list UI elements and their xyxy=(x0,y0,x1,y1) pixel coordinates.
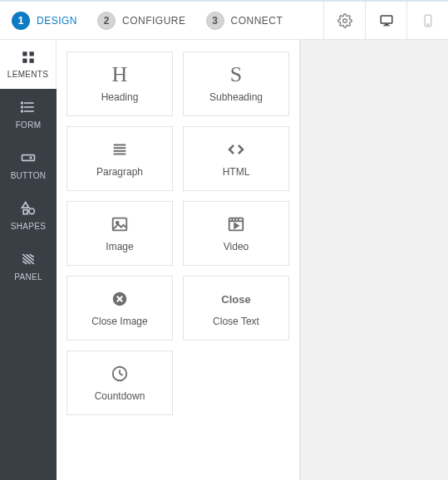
sidebar-item-label: SHAPES xyxy=(0,222,57,231)
sidebar-item-form[interactable]: FORM xyxy=(0,89,57,140)
button-icon xyxy=(20,149,37,166)
element-label: Close Text xyxy=(213,316,259,327)
panel-icon xyxy=(20,251,37,267)
desktop-view-button[interactable] xyxy=(365,2,406,39)
svg-rect-6 xyxy=(22,51,27,56)
element-html[interactable]: HTML xyxy=(183,126,289,191)
sidebar-item-shapes[interactable]: SHAPES xyxy=(0,190,57,241)
tool-icons xyxy=(323,2,448,39)
svg-rect-9 xyxy=(29,59,33,63)
step-connect[interactable]: 3 CONNECT xyxy=(206,12,283,30)
sidebar-item-label: BUTTON xyxy=(0,171,57,180)
desktop-icon xyxy=(379,13,394,28)
elements-grid: H Heading S Subheading Paragraph HTML xyxy=(57,40,300,480)
element-label: Close Image xyxy=(91,316,147,327)
element-heading[interactable]: H Heading xyxy=(66,51,173,116)
sidebar-item-label: FORM xyxy=(0,120,57,130)
canvas-area[interactable] xyxy=(300,40,448,480)
step-configure[interactable]: 2 CONFIGURE xyxy=(97,12,186,30)
sidebar-item-panel[interactable]: PANEL xyxy=(0,241,57,291)
sidebar: LEMENTS FORM BUTTON SHAPES PANEL xyxy=(0,40,57,480)
element-close-image[interactable]: Close Image xyxy=(66,276,173,340)
element-video[interactable]: Video xyxy=(183,201,289,266)
content: H Heading S Subheading Paragraph HTML xyxy=(57,40,448,480)
svg-point-15 xyxy=(22,110,23,112)
sidebar-item-elements[interactable]: LEMENTS xyxy=(0,40,57,89)
element-label: Video xyxy=(224,241,249,252)
main: LEMENTS FORM BUTTON SHAPES PANEL H Headi… xyxy=(0,40,448,480)
element-image[interactable]: Image xyxy=(66,201,173,266)
mobile-icon xyxy=(421,13,436,28)
svg-rect-2 xyxy=(384,23,388,25)
element-label: Image xyxy=(106,241,133,252)
video-icon xyxy=(227,214,245,234)
sidebar-item-label: LEMENTS xyxy=(0,70,56,79)
element-label: Countdown xyxy=(95,390,145,402)
svg-rect-8 xyxy=(22,59,27,63)
step-label: CONNECT xyxy=(231,15,283,27)
mobile-view-button[interactable] xyxy=(406,2,448,39)
svg-line-23 xyxy=(30,254,34,257)
svg-line-22 xyxy=(22,262,27,264)
svg-rect-16 xyxy=(22,155,35,161)
step-num: 2 xyxy=(97,12,116,30)
svg-rect-7 xyxy=(29,51,33,56)
svg-point-17 xyxy=(29,208,35,214)
steps: 1 DESIGN 2 CONFIGURE 3 CONNECT xyxy=(0,12,323,30)
svg-point-13 xyxy=(22,102,23,104)
image-icon xyxy=(111,214,129,234)
element-countdown[interactable]: Countdown xyxy=(66,350,173,415)
svg-point-0 xyxy=(342,18,347,22)
subheading-icon: S xyxy=(230,65,242,85)
heading-icon: H xyxy=(112,65,128,85)
svg-line-40 xyxy=(120,374,123,375)
code-icon xyxy=(226,140,246,159)
paragraph-icon xyxy=(111,140,129,159)
gear-icon xyxy=(337,13,352,28)
element-close-text[interactable]: Close Close Text xyxy=(183,276,289,340)
sidebar-item-label: PANEL xyxy=(0,272,57,282)
svg-point-5 xyxy=(427,23,429,25)
clock-icon xyxy=(111,364,129,384)
step-num: 1 xyxy=(12,12,30,30)
svg-rect-1 xyxy=(381,16,392,23)
svg-rect-18 xyxy=(23,210,27,214)
element-label: HTML xyxy=(223,166,250,178)
shapes-icon xyxy=(20,200,37,217)
element-label: Subheading xyxy=(209,91,263,103)
element-label: Heading xyxy=(101,91,139,103)
close-icon xyxy=(111,289,129,309)
svg-rect-3 xyxy=(383,25,390,26)
form-icon xyxy=(20,99,37,115)
element-subheading[interactable]: S Subheading xyxy=(183,51,289,116)
sidebar-item-button[interactable]: BUTTON xyxy=(0,140,57,190)
close-text-icon: Close xyxy=(221,289,250,309)
topbar: 1 DESIGN 2 CONFIGURE 3 CONNECT xyxy=(0,0,448,40)
grid-icon xyxy=(21,50,36,65)
step-label: CONFIGURE xyxy=(122,15,186,27)
element-label: Paragraph xyxy=(96,166,143,178)
step-design[interactable]: 1 DESIGN xyxy=(12,12,77,30)
step-num: 3 xyxy=(206,12,224,30)
svg-point-14 xyxy=(22,106,23,108)
element-paragraph[interactable]: Paragraph xyxy=(66,126,173,191)
settings-button[interactable] xyxy=(323,2,365,39)
step-label: DESIGN xyxy=(37,15,77,27)
